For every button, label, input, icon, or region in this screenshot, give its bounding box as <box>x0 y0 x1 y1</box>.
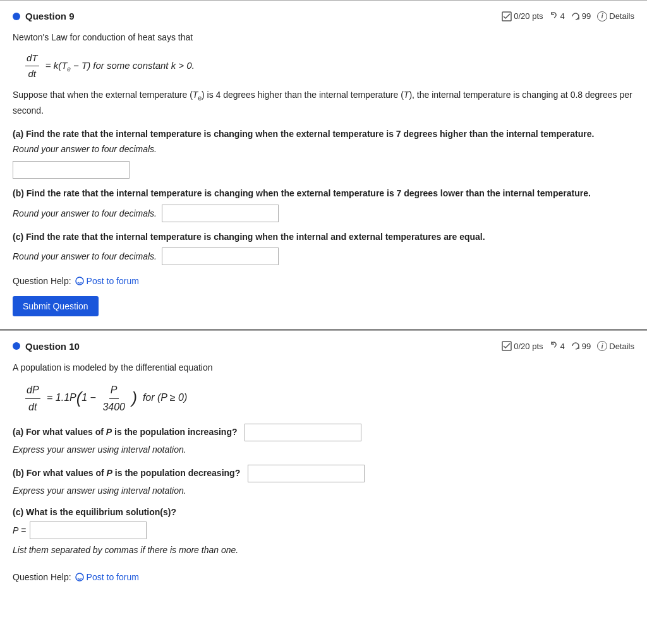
q10-help-label: Question Help: <box>13 570 71 584</box>
question-9-block: Question 9 0/20 pts 4 <box>0 0 647 329</box>
q10-formula-rhs: = 1.1P(1 − P 3400 ) for (P ≥ 0) <box>44 382 188 415</box>
q10-formula: dP dt = 1.1P(1 − P 3400 ) for (P ≥ 0) <box>23 382 634 415</box>
q10-part-a-label: (a) For what values of P is the populati… <box>13 424 634 441</box>
q10-part-b-input[interactable] <box>248 465 365 482</box>
q10-intro: A population is modeled by the different… <box>13 361 634 374</box>
q9-formula: dT dt = k(Te − T) for some constant k > … <box>23 51 634 81</box>
question-9-retry: 99 <box>582 11 591 21</box>
q9-part-b-input[interactable] <box>162 205 279 222</box>
details-link-q9[interactable]: i Details <box>597 11 634 21</box>
q9-post-link[interactable]: Post to forum <box>75 274 139 288</box>
q9-part-c-note: Round your answer to four decimals. <box>13 249 157 263</box>
q9-part-a-note: Round your answer to four decimals. <box>13 142 634 156</box>
q9-help-label: Question Help: <box>13 274 71 288</box>
q10-part-a-note: Express your answer using interval notat… <box>13 443 634 456</box>
q9-intro: Newton's Law for conduction of heat says… <box>13 30 634 44</box>
q9-part-a-input[interactable] <box>13 161 130 179</box>
q10-part-c-answer-row: P = <box>13 522 634 539</box>
q10-post-link[interactable]: Post to forum <box>75 570 139 584</box>
question-10-dot-icon <box>13 342 20 350</box>
q9-part-b-note: Round your answer to four decimals. <box>13 206 157 220</box>
q10-part-b-note: Express your answer using interval notat… <box>13 484 634 498</box>
dT-dt-fraction: dT dt <box>25 51 39 81</box>
checkbox-icon-q10: 0/20 pts <box>502 341 543 351</box>
question-9-meta: 0/20 pts 4 99 i Details <box>502 11 634 21</box>
q10-help-row: Question Help: Post to forum <box>13 570 634 584</box>
question-9-header: Question 9 0/20 pts 4 <box>13 11 634 21</box>
retry-icon-q10: 99 <box>571 342 591 351</box>
q9-part-a-label: (a) Find the rate that the internal temp… <box>13 127 634 141</box>
question-9-dot-icon <box>13 13 20 20</box>
details-link-q10[interactable]: i Details <box>597 341 634 351</box>
question-9-undo: 4 <box>560 11 565 21</box>
dP-dt-fraction: dP dt <box>25 382 40 415</box>
q9-submit-button[interactable]: Submit Question <box>13 296 99 316</box>
info-icon-q10: i <box>597 341 607 351</box>
q10-post-label: Post to forum <box>87 570 139 584</box>
undo-icon-q10: 4 <box>550 342 565 351</box>
q9-formula-rhs: = k(Te − T) for some constant k > 0. <box>43 58 195 75</box>
q10-part-c-input[interactable] <box>30 522 147 539</box>
info-icon-q9: i <box>597 11 607 21</box>
q9-post-label: Post to forum <box>87 274 139 288</box>
question-10-header: Question 10 0/20 pts 4 <box>13 341 634 352</box>
q10-part-c-note: List them separated by commas if there i… <box>13 543 634 557</box>
q9-part-c-answer-row: Round your answer to four decimals. <box>13 247 634 265</box>
question-10-undo: 4 <box>560 342 565 351</box>
question-10-points: 0/20 pts <box>514 342 543 351</box>
checkbox-icon: 0/20 pts <box>502 11 543 21</box>
details-label-q9: Details <box>609 11 634 21</box>
q10-part-b-label: (b) For what values of P is the populati… <box>13 465 634 482</box>
question-10-title: Question 10 <box>13 341 80 352</box>
question-10-label: Question 10 <box>25 341 80 352</box>
undo-icon: 4 <box>550 11 565 21</box>
question-9-title: Question 9 <box>13 11 75 21</box>
svg-point-1 <box>76 277 83 285</box>
q10-p-label: P = <box>13 523 26 537</box>
question-10-body: A population is modeled by the different… <box>13 361 634 585</box>
details-label-q10: Details <box>609 342 634 351</box>
question-10-retry: 99 <box>582 342 591 351</box>
svg-point-3 <box>76 573 83 581</box>
question-9-points: 0/20 pts <box>514 11 543 21</box>
q9-part-b-answer-row: Round your answer to four decimals. <box>13 205 634 222</box>
retry-icon: 99 <box>571 11 591 21</box>
q9-context: Suppose that when the external temperatu… <box>13 88 634 117</box>
q10-part-c-label: (c) What is the equilibrium solution(s)? <box>13 505 634 519</box>
question-9-label: Question 9 <box>25 11 75 21</box>
question-9-body: Newton's Law for conduction of heat says… <box>13 30 634 316</box>
question-10-meta: 0/20 pts 4 99 i Details <box>502 341 634 351</box>
q9-part-a-answer-row <box>13 161 634 179</box>
question-10-block: Question 10 0/20 pts 4 <box>0 330 647 597</box>
q9-part-c-label: (c) Find the rate that the internal temp… <box>13 230 634 244</box>
q9-part-b-label: (b) Find the rate that the internal temp… <box>13 186 634 200</box>
q10-part-a-input[interactable] <box>245 424 361 441</box>
q9-part-c-input[interactable] <box>162 247 279 265</box>
q9-help-row: Question Help: Post to forum <box>13 274 634 288</box>
